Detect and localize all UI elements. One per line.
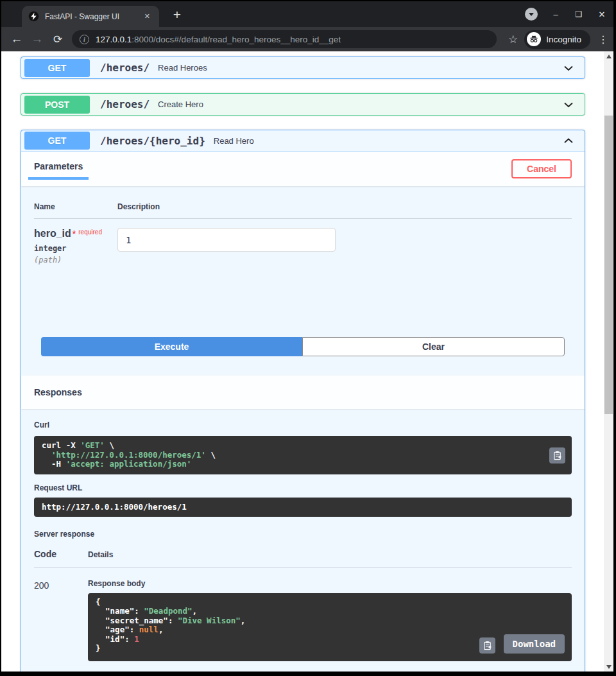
server-response-table-header: Code Details — [34, 549, 572, 568]
server-response-row: 200 Response body { "name": "Deadpond", … — [34, 568, 572, 672]
column-header-description: Description — [117, 202, 160, 211]
endpoint-summary-text: Read Hero — [214, 136, 254, 146]
responses-title: Responses — [34, 387, 82, 397]
incognito-badge: Incognito — [524, 30, 590, 49]
address-bar[interactable]: i 127.0.0.1:8000/docs#/default/read_hero… — [72, 30, 497, 48]
new-tab-button[interactable]: + — [168, 6, 186, 24]
response-body-label: Response body — [88, 579, 572, 588]
copy-response-button[interactable] — [479, 637, 495, 654]
response-body-block: { "name": "Deadpond", "secret_name": "Di… — [88, 593, 572, 661]
bookmark-star-icon[interactable]: ☆ — [508, 33, 518, 46]
column-header-details: Details — [88, 550, 113, 559]
server-response-label: Server response — [34, 530, 572, 539]
status-code: 200 — [34, 575, 88, 672]
method-badge-get: GET — [24, 132, 90, 150]
request-url-block: http://127.0.0.1:8000/heroes/1 — [34, 498, 572, 517]
endpoint-get-hero-by-id: GET /heroes/{hero_id} Read Hero Paramete… — [21, 130, 585, 672]
endpoint-post-heroes: POST /heroes/ Create Hero — [21, 93, 585, 116]
hero-id-input[interactable] — [117, 228, 336, 252]
endpoint-path: /heroes/ — [100, 62, 150, 74]
parameter-location: (path) — [34, 256, 117, 264]
curl-command-block: curl -X 'GET' \ 'http://127.0.0.1:8000/h… — [34, 436, 572, 474]
endpoint-get-heroes: GET /heroes/ Read Heroes — [21, 56, 585, 79]
back-button[interactable]: ← — [6, 32, 27, 46]
tab-parameters[interactable]: Parameters — [28, 152, 89, 180]
site-info-icon[interactable]: i — [80, 35, 89, 44]
page-scrollbar[interactable] — [604, 51, 613, 672]
parameter-row-hero-id: hero_id*required integer (path) — [34, 219, 572, 319]
column-header-code: Code — [34, 549, 88, 559]
endpoint-get-hero-by-id-summary[interactable]: GET /heroes/{hero_id} Read Hero — [21, 130, 585, 152]
reload-button[interactable]: ⟳ — [47, 33, 68, 46]
endpoint-summary-text: Read Heroes — [158, 63, 207, 73]
forward-button[interactable]: → — [27, 32, 47, 46]
parameters-section-header: Parameters Cancel — [21, 152, 585, 186]
endpoint-path: /heroes/{hero_id} — [100, 135, 205, 147]
responses-section-header: Responses — [21, 376, 585, 409]
fastapi-favicon-icon — [28, 11, 39, 22]
required-label: required — [78, 229, 102, 236]
swagger-page: GET /heroes/ Read Heroes POST /heroes/ C… — [1, 51, 613, 672]
url-path: :8000/docs#/default/read_hero_heroes__he… — [132, 35, 341, 44]
tab-search-button[interactable] — [525, 8, 538, 21]
execute-row: Execute Clear — [41, 337, 565, 376]
browser-titlebar: FastAPI - Swagger UI ✕ + – ❑ ✕ — [1, 1, 613, 27]
endpoint-post-heroes-summary[interactable]: POST /heroes/ Create Hero — [21, 94, 585, 115]
incognito-label: Incognito — [546, 35, 581, 44]
curl-label: Curl — [34, 420, 572, 429]
copy-curl-button[interactable] — [549, 447, 565, 464]
clipboard-icon — [552, 451, 562, 460]
parameters-table: Name Description hero_id*required intege… — [21, 186, 585, 319]
execute-button[interactable]: Execute — [41, 337, 302, 356]
parameter-name: hero_id — [34, 228, 71, 239]
tab-title: FastAPI - Swagger UI — [45, 12, 142, 21]
clipboard-icon — [483, 641, 492, 650]
browser-toolbar: ← → ⟳ i 127.0.0.1:8000/docs#/default/rea… — [1, 27, 613, 51]
chevron-down-icon — [562, 98, 575, 111]
chevron-down-icon — [562, 62, 575, 74]
request-url-label: Request URL — [34, 483, 572, 492]
scroll-up-arrow[interactable] — [604, 51, 613, 61]
chevron-up-icon — [562, 134, 575, 147]
tab-close-icon[interactable]: ✕ — [142, 11, 153, 22]
response-headers-label: Response headers — [88, 672, 572, 672]
maximize-button[interactable]: ❑ — [574, 10, 584, 19]
cancel-button[interactable]: Cancel — [511, 159, 572, 178]
required-star: * — [73, 229, 76, 239]
url-host: 127.0.0.1 — [96, 35, 132, 44]
download-button[interactable]: Download — [504, 634, 565, 654]
endpoint-summary-text: Create Hero — [158, 100, 203, 109]
method-badge-get: GET — [24, 59, 90, 77]
scrollbar-thumb[interactable] — [604, 116, 613, 414]
endpoint-body: Parameters Cancel Name Description hero_… — [21, 152, 585, 672]
scroll-down-arrow[interactable] — [604, 662, 613, 672]
responses-area: Curl curl -X 'GET' \ 'http://127.0.0.1:8… — [21, 409, 585, 672]
window-close-button[interactable]: ✕ — [597, 10, 607, 19]
column-header-name: Name — [34, 202, 117, 211]
endpoint-path: /heroes/ — [100, 98, 150, 110]
minimize-button[interactable]: – — [551, 10, 561, 19]
clear-button[interactable]: Clear — [302, 337, 565, 356]
endpoint-get-heroes-summary[interactable]: GET /heroes/ Read Heroes — [21, 57, 585, 78]
browser-tab[interactable]: FastAPI - Swagger UI ✕ — [22, 6, 159, 27]
method-badge-post: POST — [24, 96, 90, 114]
incognito-icon — [527, 32, 541, 46]
parameter-type: integer — [34, 244, 117, 253]
caret-down-icon — [529, 13, 534, 16]
url-text: 127.0.0.1:8000/docs#/default/read_hero_h… — [96, 35, 341, 44]
browser-menu-icon[interactable]: ⋮ — [598, 33, 608, 46]
